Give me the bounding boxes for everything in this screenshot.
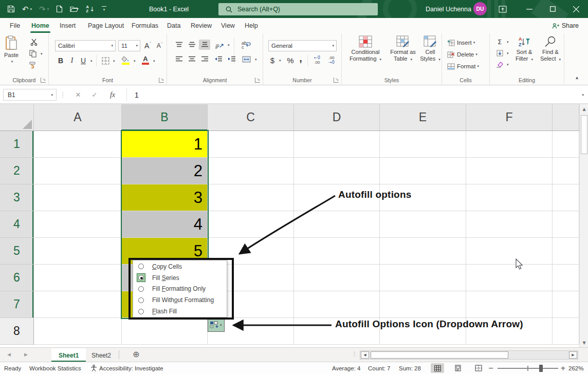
- sort-az-icon[interactable]: AZ↓: [86, 5, 95, 13]
- paste-button[interactable]: Paste ▾: [4, 35, 19, 65]
- copy-dropdown-icon[interactable]: ▾: [41, 52, 43, 56]
- avatar[interactable]: DU: [473, 2, 487, 15]
- ribbon-tab-review[interactable]: Review: [189, 18, 214, 33]
- cell[interactable]: [466, 211, 553, 238]
- cell[interactable]: [553, 238, 579, 265]
- ribbon-tab-insert[interactable]: Insert: [58, 18, 78, 33]
- align-left-icon[interactable]: [173, 54, 185, 64]
- name-box[interactable]: B1 ▾: [3, 89, 57, 101]
- middle-align-icon[interactable]: [186, 40, 197, 50]
- cell[interactable]: [34, 265, 122, 291]
- name-box-dropdown-icon[interactable]: ▾: [51, 93, 53, 97]
- cell[interactable]: [294, 265, 380, 291]
- font-color-dropdown-icon[interactable]: ▾: [153, 59, 155, 63]
- orientation-icon[interactable]: ab: [213, 40, 226, 50]
- align-right-icon[interactable]: [199, 54, 210, 64]
- fill-dropdown-icon[interactable]: ▾: [507, 51, 509, 55]
- menu-item-fill-formatting-only[interactable]: Fill Formatting Only: [133, 284, 227, 295]
- cell[interactable]: [34, 238, 122, 265]
- cell[interactable]: [466, 291, 553, 318]
- vertical-scroll-thumb[interactable]: [581, 115, 587, 154]
- number-dialog-launcher[interactable]: ↘: [334, 78, 339, 83]
- cell[interactable]: [466, 131, 553, 158]
- font-color-icon[interactable]: A: [140, 54, 151, 66]
- save-icon[interactable]: [7, 5, 15, 13]
- cell[interactable]: [208, 158, 294, 184]
- cell[interactable]: [466, 158, 553, 184]
- undo-icon[interactable]: ↶▾: [22, 5, 32, 14]
- cell[interactable]: [466, 238, 553, 265]
- autosum-dropdown-icon[interactable]: ▾: [507, 40, 509, 44]
- cell[interactable]: [380, 158, 466, 184]
- ribbon-tab-home[interactable]: Home: [29, 18, 51, 33]
- cell[interactable]: [34, 291, 122, 318]
- zoom-out-icon[interactable]: −: [488, 362, 494, 374]
- cell-B2[interactable]: 2: [122, 158, 207, 184]
- accounting-format-icon[interactable]: $: [268, 55, 277, 65]
- fill-color-dropdown-icon[interactable]: ▾: [134, 59, 136, 63]
- horizontal-scrollbar[interactable]: ◀ ▶: [360, 350, 578, 360]
- sheet-tab-sheet1[interactable]: Sheet1: [51, 348, 86, 362]
- borders-dropdown-icon[interactable]: ▾: [113, 59, 115, 63]
- decrease-decimal-icon[interactable]: .00→0: [325, 54, 338, 66]
- maximize-button[interactable]: [541, 0, 564, 18]
- select-all-corner[interactable]: [0, 104, 34, 131]
- cell[interactable]: [34, 211, 122, 238]
- vertical-scrollbar[interactable]: ▲ ▼: [579, 104, 588, 347]
- comma-style-icon[interactable]: ,: [297, 53, 304, 63]
- cell[interactable]: [294, 238, 380, 265]
- zoom-level[interactable]: 262%: [568, 362, 583, 374]
- cell[interactable]: [34, 184, 122, 211]
- clear-icon[interactable]: [495, 60, 504, 69]
- minimize-button[interactable]: [518, 0, 541, 18]
- cell-B3[interactable]: 3: [122, 184, 207, 211]
- increase-indent-icon[interactable]: [226, 54, 238, 64]
- alignment-dialog-launcher[interactable]: ↘: [255, 78, 260, 83]
- autosum-icon[interactable]: Σ: [495, 38, 504, 46]
- cell[interactable]: [294, 291, 380, 318]
- cell[interactable]: [466, 184, 553, 211]
- cell[interactable]: [294, 131, 380, 158]
- cell[interactable]: [380, 291, 466, 318]
- sheet-tab-sheet2[interactable]: Sheet2: [84, 348, 118, 362]
- customize-qat-icon[interactable]: ▾: [102, 6, 106, 12]
- row-header-6[interactable]: 6: [0, 265, 34, 291]
- merge-center-icon[interactable]: [240, 54, 252, 64]
- increase-decimal-icon[interactable]: ←0.00: [310, 54, 324, 66]
- format-cells-button[interactable]: Format▾: [447, 62, 479, 71]
- fill-color-icon[interactable]: [120, 54, 131, 66]
- percent-style-icon[interactable]: %: [286, 55, 295, 65]
- bold-icon[interactable]: B: [56, 55, 65, 66]
- font-dialog-launcher[interactable]: ↘: [159, 78, 164, 83]
- delete-cells-button[interactable]: Delete▾: [447, 50, 477, 59]
- copy-icon[interactable]: [28, 49, 38, 58]
- new-file-icon[interactable]: [56, 5, 63, 13]
- column-header-partial[interactable]: [553, 104, 579, 131]
- ribbon-tab-help[interactable]: Help: [243, 18, 260, 33]
- cell[interactable]: [122, 318, 208, 345]
- radio[interactable]: [137, 307, 145, 316]
- radio-selected[interactable]: [137, 273, 145, 282]
- autofill-options-button[interactable]: ▾: [208, 319, 225, 332]
- sheet-nav-left-icon[interactable]: ◀: [7, 352, 11, 357]
- cell-B1[interactable]: 1: [122, 131, 207, 157]
- zoom-slider-thumb[interactable]: [539, 365, 543, 372]
- sheet-nav-right-icon[interactable]: ▶: [24, 352, 28, 357]
- column-header-D[interactable]: D: [294, 104, 380, 131]
- font-family-select[interactable]: Calibri▾: [55, 40, 116, 51]
- cell-B4[interactable]: 4: [122, 211, 207, 237]
- clipboard-dialog-launcher[interactable]: ↘: [41, 78, 46, 83]
- ribbon-tab-formulas[interactable]: Formulas: [130, 18, 160, 33]
- bottom-align-icon[interactable]: [199, 40, 210, 50]
- user-name[interactable]: Daniel Uchenna: [426, 0, 471, 18]
- find-select-button[interactable]: Find & Select ▾: [539, 35, 562, 63]
- format-painter-icon[interactable]: [28, 60, 38, 69]
- formula-bar-splitter[interactable]: ⋮: [60, 89, 66, 101]
- cell[interactable]: [294, 211, 380, 238]
- spreadsheet-grid[interactable]: ABCDEF1234567812345: [0, 104, 579, 347]
- italic-icon[interactable]: I: [67, 55, 77, 66]
- cut-icon[interactable]: [29, 38, 39, 47]
- increase-font-size-icon[interactable]: A˄: [142, 40, 153, 51]
- underline-icon[interactable]: U: [79, 55, 88, 66]
- ribbon-display-options-icon[interactable]: [492, 0, 513, 18]
